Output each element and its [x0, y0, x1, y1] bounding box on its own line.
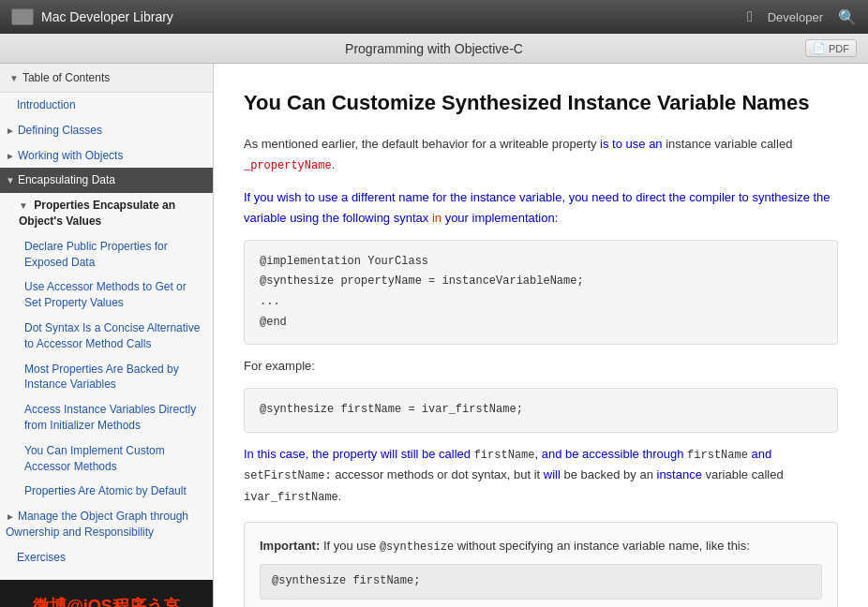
sidebar-item-exercises[interactable]: Exercises [0, 545, 213, 570]
inner-code-text: @synthesize firstName; [272, 574, 420, 587]
code-synthesize: @synthesize [380, 540, 454, 554]
sub-bar: Programming with Objective-C 📄 PDF [0, 34, 868, 64]
sidebar-item-properties-encapsulate[interactable]: ▼ Properties Encapsulate an Object's Val… [0, 193, 213, 234]
sidebar-item-label: Properties Are Atomic by Default [24, 484, 187, 497]
highlight-accessible: , and be accessible through [534, 447, 687, 461]
sidebar-item-label: Defining Classes [18, 124, 102, 137]
code-line-3: ... [260, 292, 822, 313]
sidebar-item-manage-object-graph[interactable]: ►Manage the Object Graph through Ownersh… [0, 504, 213, 545]
watermark-text: 微博@iOS程序う哀 [33, 597, 180, 607]
content-area: You Can Customize Synthesized Instance V… [214, 64, 868, 607]
inner-code-block: @synthesize firstName; [260, 564, 822, 599]
sidebar-item-custom-accessor[interactable]: You Can Implement Custom Accessor Method… [0, 438, 213, 480]
sidebar-item-label: Access Instance Variables Directly from … [24, 403, 196, 432]
sidebar-item-label: Working with Objects [18, 149, 123, 162]
toc-toggle-icon[interactable]: ▼ [9, 73, 19, 83]
apple-icon:  [747, 8, 753, 25]
sidebar-item-access-instance[interactable]: Access Instance Variables Directly from … [0, 397, 213, 438]
arrow-icon: ▼ [19, 200, 28, 211]
watermark: 微博@iOS程序う哀 [0, 580, 213, 607]
important-para1: Important: If you use @synthesize withou… [260, 536, 822, 556]
code-line-2: @synthesize propertyName = instanceVaria… [260, 272, 822, 292]
sidebar-item-label: You Can Implement Custom Accessor Method… [24, 444, 165, 473]
text-accessor: accessor methods or dot syntax, but it [332, 467, 544, 481]
text-period: . [338, 489, 342, 503]
toc-label: Table of Contents [22, 71, 110, 84]
sidebar-item-label: Use Accessor Methods to Get or Set Prope… [24, 280, 187, 309]
sidebar: ▼ Table of Contents Introduction ►Defini… [0, 64, 214, 607]
sidebar-item-use-accessor[interactable]: Use Accessor Methods to Get or Set Prope… [0, 274, 213, 316]
toc-header[interactable]: ▼ Table of Contents [0, 64, 213, 93]
arrow-icon: ► [6, 511, 15, 522]
pdf-button[interactable]: 📄 PDF [805, 39, 857, 57]
sidebar-item-label: Declare Public Properties for Exposed Da… [24, 240, 168, 269]
highlight-in-this: In this case, the property will still be… [244, 447, 474, 461]
sidebar-item-label: Manage the Object Graph through Ownershi… [6, 510, 188, 539]
for-example-label: For example: [244, 356, 838, 377]
code-block-1: @implementation YourClass @synthesize pr… [244, 240, 838, 345]
para1: As mentioned earlier, the default behavi… [244, 134, 838, 175]
code-example: @synthesize firstName = ivar_firstName; [260, 403, 523, 416]
sidebar-item-label: Encapsulating Data [18, 173, 115, 186]
para2: If you wish to use a different name for … [244, 187, 838, 229]
sidebar-item-properties-atomic[interactable]: Properties Are Atomic by Default [0, 479, 213, 504]
content-heading: You Can Customize Synthesized Instance V… [244, 86, 838, 119]
sidebar-item-dot-syntax[interactable]: Dot Syntax Is a Concise Alternative to A… [0, 316, 213, 357]
sidebar-item-most-properties[interactable]: Most Properties Are Backed by Instance V… [0, 357, 213, 398]
sidebar-item-label: Most Properties Are Backed by Instance V… [24, 363, 179, 392]
developer-label: Developer [768, 10, 823, 24]
sidebar-item-label: Introduction [17, 98, 76, 111]
code-setfirstname: setFirstName: [244, 469, 332, 482]
important-box: Important: If you use @synthesize withou… [244, 522, 838, 607]
code-ivar: ivar_firstName [244, 491, 338, 504]
important-label: Important: [260, 539, 320, 553]
sidebar-item-working-with-objects[interactable]: ►Working with Objects [0, 143, 213, 169]
highlight-instance: instance [471, 190, 516, 204]
code-firstname-1: firstName [474, 449, 535, 462]
pdf-label: PDF [829, 43, 849, 54]
main-container: ▼ Table of Contents Introduction ►Defini… [0, 64, 868, 607]
text-backed: be backed by an [561, 467, 657, 481]
code-block-2: @synthesize firstName = ivar_firstName; [244, 388, 838, 433]
app-logo [11, 8, 34, 25]
code-line-1: @implementation YourClass [260, 252, 822, 273]
sidebar-item-encapsulating-data[interactable]: ▼Encapsulating Data [0, 168, 213, 193]
top-bar-right:  Developer 🔍 [747, 8, 857, 26]
sidebar-item-introduction[interactable]: Introduction [0, 93, 213, 118]
highlight-will: will [544, 467, 561, 481]
sidebar-item-defining-classes[interactable]: ►Defining Classes [0, 118, 213, 143]
app-title: Mac Developer Library [41, 9, 747, 24]
sidebar-item-label: Exercises [17, 551, 66, 564]
code-line-4: @end [260, 313, 822, 333]
pdf-icon: 📄 [813, 42, 826, 54]
document-title: Programming with Objective-C [345, 41, 523, 56]
highlight-and: and [748, 447, 771, 461]
para3: In this case, the property will still be… [244, 444, 838, 507]
code-property-name: _propertyName [244, 159, 332, 172]
highlight-writeable: is to use an [600, 137, 663, 151]
top-bar: Mac Developer Library  Developer 🔍 [0, 0, 868, 34]
sidebar-item-label: Properties Encapsulate an Object's Value… [19, 199, 175, 228]
arrow-icon: ▼ [6, 175, 15, 185]
arrow-icon: ► [6, 151, 15, 161]
sidebar-item-declare-public[interactable]: Declare Public Properties for Exposed Da… [0, 234, 213, 275]
text-variable: variable called [702, 467, 784, 481]
highlight-instance2: instance [657, 467, 702, 481]
code-firstname-2: firstName [687, 449, 748, 462]
search-icon[interactable]: 🔍 [838, 8, 857, 26]
highlight-in: in [432, 211, 441, 225]
arrow-icon: ► [6, 126, 15, 136]
sidebar-item-label: Dot Syntax Is a Concise Alternative to A… [24, 321, 200, 350]
